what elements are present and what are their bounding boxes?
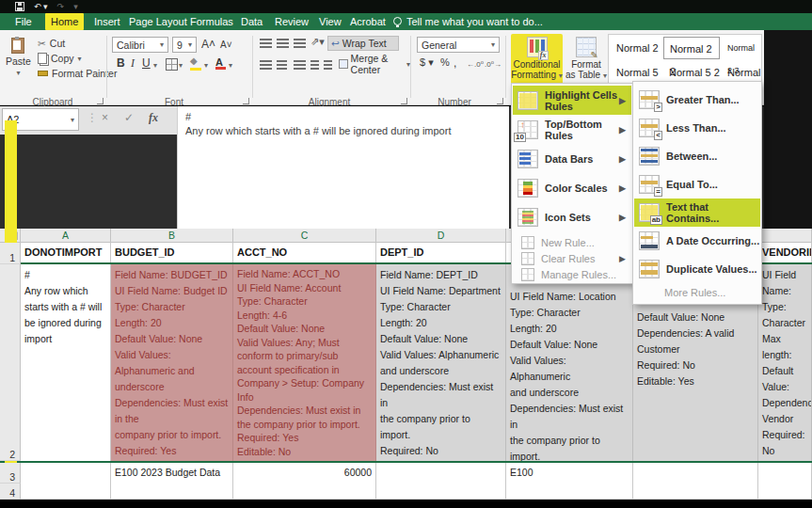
style-normal-2-3[interactable]: Normal 2 3: [722, 37, 761, 59]
cancel-icon[interactable]: ×: [102, 111, 108, 124]
fill-color-icon[interactable]: [190, 58, 201, 70]
cell-d4[interactable]: [376, 484, 506, 500]
cell-a3[interactable]: [21, 463, 111, 484]
cell-g3[interactable]: [758, 463, 812, 484]
tab-file[interactable]: File: [9, 13, 38, 30]
cell-e3[interactable]: E100: [506, 463, 633, 484]
cell-g2[interactable]: UI Field Name: Type: Character Max lengt…: [758, 264, 812, 461]
middle-align-icon[interactable]: [277, 39, 289, 48]
style-normal-2[interactable]: Normal 2: [611, 37, 661, 59]
merge-center-button[interactable]: Merge & Center ▾: [339, 56, 410, 71]
style-normal-2-2[interactable]: Normal 2 2: [663, 37, 720, 59]
column-header-d[interactable]: D: [376, 229, 506, 243]
menu-item-manage-rules[interactable]: Manage Rules...: [513, 266, 631, 282]
undo-icon[interactable]: ↶ ▾: [34, 3, 48, 11]
enter-icon[interactable]: ✓: [124, 111, 134, 124]
accounting-format-button[interactable]: $ ▾: [420, 56, 434, 69]
cell-d1[interactable]: DEPT_ID: [376, 243, 506, 264]
format-painter-button[interactable]: Format Painter: [38, 68, 117, 79]
cell-b1[interactable]: BUDGET_ID: [111, 243, 233, 264]
underline-dropdown-icon[interactable]: ▾: [153, 61, 157, 70]
save-icon[interactable]: [15, 2, 24, 11]
submenu-item-greater-than[interactable]: > Greater Than...: [634, 86, 760, 114]
number-dialog-launcher-icon[interactable]: [497, 98, 503, 104]
menu-item-clear-rules[interactable]: Clear Rules ▶: [513, 250, 631, 266]
row-header-3[interactable]: 3: [0, 463, 21, 484]
tell-me-box[interactable]: Tell me what you want to do...: [406, 13, 543, 30]
submenu-item-less-than[interactable]: < Less Than...: [634, 114, 760, 142]
menu-item-top-bottom-rules[interactable]: 10 Top/Bottom Rules ▶: [513, 115, 631, 144]
tab-home[interactable]: Home: [45, 13, 84, 30]
submenu-item-a-date-occurring[interactable]: A Date Occurring...: [634, 227, 760, 255]
tab-formulas[interactable]: Formulas: [184, 13, 239, 30]
decrease-decimal-icon[interactable]: .0⁰→: [485, 60, 502, 69]
font-dialog-launcher-icon[interactable]: [243, 98, 249, 104]
formula-bar-resizer[interactable]: ⋮: [87, 111, 98, 124]
cell-a2[interactable]: # Any row which starts with a # will be …: [21, 264, 111, 461]
tab-insert[interactable]: Insert: [88, 13, 126, 30]
cell-e2[interactable]: UI Field Name: Location Type: Character …: [506, 264, 633, 461]
comma-style-button[interactable]: ,: [454, 56, 456, 70]
increase-decimal-icon[interactable]: ←.0⁰: [467, 60, 484, 69]
column-header-c[interactable]: C: [233, 229, 376, 243]
cell-c4[interactable]: [233, 484, 376, 500]
top-align-icon[interactable]: [260, 39, 272, 48]
align-center-icon[interactable]: [277, 60, 287, 70]
align-left-icon[interactable]: [260, 60, 272, 70]
cell-b2[interactable]: Field Name: BUDGET_ID UI Field Name: Bud…: [111, 264, 233, 461]
bottom-align-icon[interactable]: [294, 39, 306, 48]
borders-icon[interactable]: [166, 58, 178, 71]
cell-g1[interactable]: VENDORID: [758, 243, 812, 264]
copy-button[interactable]: Copy ▾: [38, 53, 82, 64]
cut-button[interactable]: ✂ Cut: [38, 38, 65, 49]
percent-style-button[interactable]: %: [440, 56, 450, 68]
clipboard-dialog-launcher-icon[interactable]: [97, 98, 103, 104]
cell-d2[interactable]: Field Name: DEPT_ID UI Field Name: Depar…: [376, 264, 506, 461]
orientation-icon[interactable]: ⇗▾: [310, 36, 325, 48]
underline-button[interactable]: U: [142, 56, 151, 70]
column-header-b[interactable]: B: [111, 229, 233, 243]
submenu-item-duplicate-values[interactable]: Duplicate Values...: [634, 255, 760, 283]
paste-button[interactable]: Paste ▾: [6, 38, 31, 77]
row-header-1[interactable]: 1: [0, 243, 21, 264]
cell-c2[interactable]: Field Name: ACCT_NO UI Field Name: Accou…: [233, 264, 376, 461]
customize-quick-access-icon[interactable]: ▾: [73, 3, 78, 11]
alignment-dialog-launcher-icon[interactable]: [401, 98, 407, 104]
cell-g4[interactable]: [758, 484, 812, 500]
font-size-select[interactable]: 9 ▾: [172, 37, 197, 53]
bold-button[interactable]: B: [117, 56, 125, 70]
formula-bar-input[interactable]: # Any row which starts with a # will be …: [177, 106, 509, 229]
column-header-a[interactable]: A: [21, 229, 111, 243]
number-format-select[interactable]: General ▾: [417, 37, 500, 53]
insert-function-icon[interactable]: fx: [149, 111, 158, 125]
borders-dropdown-icon[interactable]: ▾: [179, 61, 183, 70]
row-header-4[interactable]: 4: [0, 484, 21, 500]
menu-item-new-rule[interactable]: New Rule...: [513, 234, 631, 250]
cell-b4[interactable]: [111, 484, 233, 500]
menu-item-highlight-cells-rules[interactable]: Highlight Cells Rules ▶: [513, 86, 631, 115]
cell-c3[interactable]: 60000: [233, 463, 376, 484]
italic-button[interactable]: I: [131, 56, 135, 71]
cell-f4[interactable]: [633, 484, 758, 500]
menu-item-data-bars[interactable]: Data Bars ▶: [513, 144, 631, 173]
menu-item-color-scales[interactable]: Color Scales ▶: [513, 173, 631, 202]
wrap-text-button[interactable]: ↩ Wrap Text: [327, 36, 399, 51]
menu-item-icon-sets[interactable]: Icon Sets ▶: [513, 202, 631, 231]
increase-indent-icon[interactable]: [324, 60, 332, 70]
cell-d3[interactable]: [376, 463, 506, 484]
cell-a4[interactable]: [21, 484, 111, 500]
tab-page-layout[interactable]: Page Layout: [123, 13, 193, 30]
decrease-font-size-icon[interactable]: A˅: [220, 40, 232, 50]
decrease-indent-icon[interactable]: [310, 60, 319, 70]
column-header-g[interactable]: [758, 229, 812, 243]
increase-font-size-icon[interactable]: A˄: [201, 38, 215, 51]
submenu-item-equal-to[interactable]: = Equal To...: [634, 170, 760, 198]
row-header-2[interactable]: 2: [0, 264, 21, 461]
submenu-item-between[interactable]: Between...: [634, 142, 760, 170]
redo-icon[interactable]: ↷: [57, 3, 65, 11]
cell-f3[interactable]: [633, 463, 758, 484]
cell-c1[interactable]: ACCT_NO: [233, 243, 376, 264]
font-color-dropdown-icon[interactable]: ▾: [229, 61, 232, 70]
font-name-select[interactable]: Calibri ▾: [112, 37, 168, 53]
submenu-item-text-that-contains[interactable]: ab Text that Contains...: [634, 198, 760, 227]
